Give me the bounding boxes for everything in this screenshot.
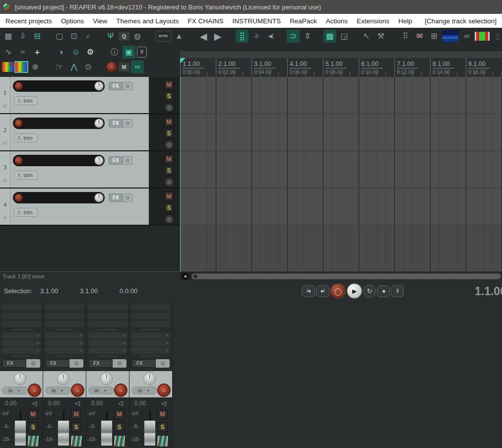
fx-power-button[interactable]: ⊙ — [123, 193, 132, 202]
fx-button[interactable]: FX — [132, 359, 156, 368]
reaper-pick-icon[interactable]: ◗ — [55, 46, 68, 59]
duplicate-icon[interactable]: ▣ — [123, 46, 135, 59]
trim-envelope-button[interactable]: ⋀ trim — [14, 96, 38, 105]
grid-toggle-icon[interactable]: ⣿ — [236, 30, 249, 43]
record-arm-button[interactable]: ○ — [14, 156, 23, 165]
arrange-track-lane[interactable] — [180, 77, 502, 114]
transport-position-display[interactable]: 1.1.00 — [475, 285, 502, 298]
envelope-write-icon[interactable]: ∿ — [2, 46, 15, 59]
fx-power-button[interactable]: ⊙ — [156, 359, 170, 368]
arrange-view[interactable] — [180, 77, 502, 271]
audio-device-icon[interactable]: Ψ — [104, 30, 117, 43]
track-row[interactable]: 3 ▤ ○ FX ⊙ ⋀ trim M S ∅ — [0, 151, 180, 189]
send-slot[interactable] — [88, 347, 127, 354]
track-panel-body[interactable]: ○ FX ⊙ ⋀ trim — [10, 151, 149, 188]
track-volume-knob[interactable] — [94, 193, 104, 202]
record-arm-button[interactable]: ○ — [71, 384, 84, 397]
selection-length-value[interactable]: 0.0.00 — [120, 287, 141, 295]
fx-insert-slot[interactable] — [131, 304, 171, 311]
project-search-icon[interactable]: ⌕ — [82, 30, 95, 43]
pan-knob[interactable] — [57, 373, 69, 385]
record-arm-all-icon[interactable]: ○ — [106, 62, 117, 72]
menu-actions[interactable]: Actions — [321, 17, 352, 25]
trim-envelope-button[interactable]: ⋀ trim — [14, 208, 38, 217]
volume-fader[interactable] — [58, 420, 69, 446]
phase-button[interactable]: ∅ — [165, 215, 173, 223]
send-slot[interactable] — [45, 332, 84, 339]
envelope-mail-icon[interactable]: ✉ — [413, 30, 426, 43]
theme-thumbnail-icon[interactable] — [442, 30, 459, 43]
track-number-column[interactable]: 1 ▤ — [0, 77, 10, 113]
send-slot[interactable] — [88, 340, 127, 346]
phase-button[interactable]: ∅ — [165, 141, 173, 149]
track-volume-slider[interactable]: ○ — [13, 155, 105, 166]
speaker-icon[interactable]: ◁ — [32, 399, 37, 407]
track-panel-body[interactable]: ○ FX ⊙ ⋀ trim — [10, 77, 149, 113]
media-explorer-icon[interactable]: ⊟ — [31, 30, 44, 43]
pause-button[interactable]: Ⅱ — [391, 285, 404, 297]
send-slot[interactable] — [45, 340, 84, 346]
fx-insert-slot[interactable] — [1, 313, 41, 319]
track-volume-slider[interactable]: ○ — [13, 118, 105, 129]
menu-options[interactable]: Options — [57, 17, 89, 25]
solo-button[interactable]: S — [28, 422, 38, 432]
solo-button[interactable]: S — [164, 128, 174, 138]
pan-knob[interactable] — [143, 373, 156, 385]
record-arm-button[interactable]: ○ — [14, 193, 23, 202]
input-selector[interactable]: in ▼ — [2, 386, 28, 394]
volume-readout[interactable]: 0.00 — [48, 400, 60, 407]
menu-recent-projects[interactable]: Recent projects — [1, 17, 57, 25]
mute-button[interactable]: M — [164, 117, 174, 127]
info-icon[interactable]: ⓘ — [108, 46, 121, 59]
mute-button[interactable]: M — [114, 409, 125, 419]
volume-fader[interactable] — [144, 420, 156, 446]
arrange-track-lane[interactable] — [180, 114, 502, 151]
link-touch-icon[interactable]: ∞ — [131, 61, 144, 73]
nudge-left-icon[interactable]: ◀[ — [264, 30, 277, 43]
fx-insert-slot[interactable] — [88, 313, 127, 319]
phase-button[interactable]: ∅ — [165, 104, 173, 112]
volume-fader[interactable] — [101, 420, 113, 446]
vertical-zoom-icon[interactable]: ⇕ — [301, 30, 314, 43]
track-grip-icon[interactable]: ▤ — [3, 104, 7, 108]
record-arm-button[interactable]: ○ — [28, 384, 41, 397]
meter-icon[interactable] — [70, 435, 82, 447]
snap-toggle-icon[interactable]: ⊃ — [287, 30, 300, 43]
track-row[interactable]: 4 ▤ ○ FX ⊙ ⋀ trim M S ∅ — [0, 189, 180, 226]
ruler-measure[interactable]: 9.1.00 0:16.00 — [466, 58, 502, 77]
zoom-in-icon[interactable]: ⊕ — [29, 61, 42, 73]
track-volume-knob[interactable] — [94, 156, 104, 165]
menu-instruments[interactable]: INSTRUMENTS — [228, 17, 285, 25]
fx-insert-slot[interactable] — [131, 313, 171, 319]
track-number-column[interactable]: 2 ▤ — [0, 114, 10, 150]
ruler-measure[interactable]: 4.1.00 0:06.00 — [287, 58, 323, 77]
mute-button[interactable]: M — [157, 409, 168, 419]
ruler-measure[interactable]: 3.1.00 0:04.00 — [251, 58, 287, 77]
input-selector[interactable]: in ▼ — [131, 386, 157, 394]
track-grip-icon[interactable]: ▤ — [3, 215, 7, 220]
add-track-icon[interactable]: + — [31, 46, 44, 59]
grid-settings-icon[interactable]: ⠿ — [399, 30, 412, 43]
tempo-drum-icon[interactable]: ◍ — [131, 30, 144, 43]
track-panel-body[interactable]: ○ FX ⊙ ⋀ trim — [10, 114, 149, 150]
monitor-icon[interactable]: M — [119, 63, 129, 71]
selection-start-value[interactable]: 3.1.00 — [40, 287, 62, 295]
crossfade-icon[interactable] — [475, 32, 490, 41]
pan-knob[interactable] — [14, 373, 26, 385]
hand-touch-icon[interactable]: ☞ — [53, 61, 66, 73]
menu-extensions[interactable]: Extensions — [352, 17, 394, 25]
fx-insert-slot[interactable] — [45, 313, 84, 319]
meter-icon[interactable] — [114, 435, 126, 447]
wrench-icon[interactable]: ⚙ — [84, 46, 97, 59]
solo-button[interactable]: S — [164, 91, 174, 101]
selection-end-value[interactable]: 3.1.00 — [80, 287, 102, 295]
mute-button[interactable]: M — [71, 409, 81, 419]
fx-insert-slot[interactable] — [1, 304, 41, 311]
trim-envelope-button[interactable]: ⋀ trim — [14, 133, 38, 142]
track-row[interactable]: 1 ▤ ○ FX ⊙ ⋀ trim M S ∅ — [0, 77, 180, 114]
zoom-selection-icon[interactable]: ◲ — [338, 30, 351, 43]
fx-button[interactable]: FX — [2, 359, 26, 368]
menu-reapack[interactable]: ReaPack — [285, 17, 321, 25]
fx-power-button[interactable]: ⊙ — [123, 119, 132, 128]
menu-themes-and-layouts[interactable]: Themes and Layouts — [112, 17, 183, 25]
